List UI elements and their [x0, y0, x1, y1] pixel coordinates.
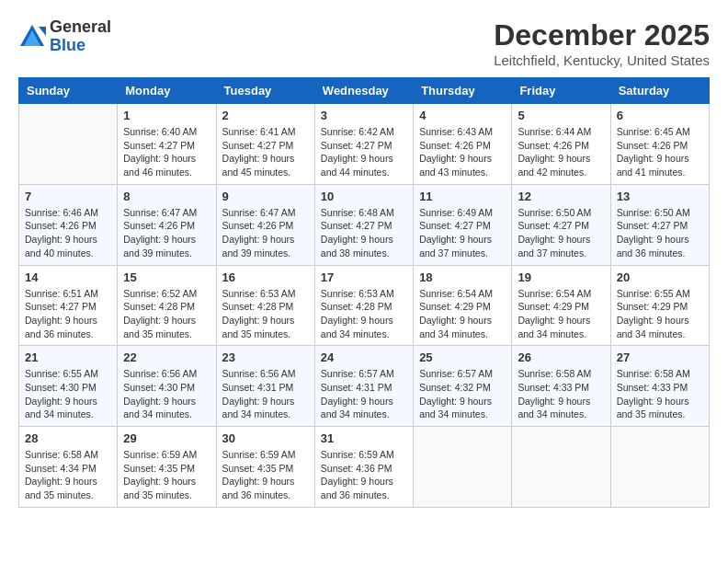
- weekday-header: Saturday: [610, 78, 709, 104]
- day-number: 16: [222, 270, 309, 284]
- calendar-cell: 2Sunrise: 6:41 AM Sunset: 4:27 PM Daylig…: [216, 104, 314, 185]
- day-info: Sunrise: 6:53 AM Sunset: 4:28 PM Dayligh…: [222, 287, 309, 341]
- calendar-cell: 14Sunrise: 6:51 AM Sunset: 4:27 PM Dayli…: [19, 265, 118, 346]
- day-info: Sunrise: 6:54 AM Sunset: 4:29 PM Dayligh…: [518, 287, 604, 341]
- day-number: 30: [222, 431, 309, 445]
- day-info: Sunrise: 6:52 AM Sunset: 4:28 PM Dayligh…: [123, 287, 210, 341]
- calendar-cell: [19, 104, 118, 185]
- calendar-cell: 3Sunrise: 6:42 AM Sunset: 4:27 PM Daylig…: [314, 104, 413, 185]
- day-number: 23: [222, 350, 309, 364]
- day-info: Sunrise: 6:46 AM Sunset: 4:26 PM Dayligh…: [25, 206, 111, 260]
- day-info: Sunrise: 6:45 AM Sunset: 4:26 PM Dayligh…: [617, 125, 703, 179]
- calendar-cell: 4Sunrise: 6:43 AM Sunset: 4:26 PM Daylig…: [414, 104, 512, 185]
- day-info: Sunrise: 6:58 AM Sunset: 4:33 PM Dayligh…: [518, 367, 604, 421]
- calendar-cell: [414, 427, 512, 508]
- day-number: 6: [617, 109, 703, 122]
- weekday-header-row: SundayMondayTuesdayWednesdayThursdayFrid…: [19, 78, 710, 104]
- svg-marker-2: [39, 27, 46, 36]
- day-info: Sunrise: 6:54 AM Sunset: 4:29 PM Dayligh…: [419, 287, 506, 341]
- day-info: Sunrise: 6:57 AM Sunset: 4:32 PM Dayligh…: [419, 367, 506, 421]
- calendar-cell: 5Sunrise: 6:44 AM Sunset: 4:26 PM Daylig…: [512, 104, 610, 185]
- calendar-cell: 1Sunrise: 6:40 AM Sunset: 4:27 PM Daylig…: [118, 104, 216, 185]
- day-number: 15: [123, 270, 210, 284]
- calendar-week-row: 14Sunrise: 6:51 AM Sunset: 4:27 PM Dayli…: [19, 265, 710, 346]
- calendar-cell: 26Sunrise: 6:58 AM Sunset: 4:33 PM Dayli…: [512, 346, 610, 427]
- calendar-cell: 20Sunrise: 6:55 AM Sunset: 4:29 PM Dayli…: [610, 265, 709, 346]
- day-number: 5: [518, 109, 604, 122]
- weekday-header: Wednesday: [314, 78, 413, 104]
- day-number: 11: [419, 190, 506, 203]
- calendar-cell: 11Sunrise: 6:49 AM Sunset: 4:27 PM Dayli…: [414, 184, 512, 265]
- calendar-cell: 31Sunrise: 6:59 AM Sunset: 4:36 PM Dayli…: [314, 427, 413, 508]
- calendar-cell: 21Sunrise: 6:55 AM Sunset: 4:30 PM Dayli…: [19, 346, 118, 427]
- day-number: 28: [25, 431, 111, 445]
- calendar-cell: 10Sunrise: 6:48 AM Sunset: 4:27 PM Dayli…: [314, 184, 413, 265]
- weekday-header: Monday: [118, 78, 216, 104]
- day-info: Sunrise: 6:51 AM Sunset: 4:27 PM Dayligh…: [25, 287, 111, 341]
- day-info: Sunrise: 6:56 AM Sunset: 4:30 PM Dayligh…: [123, 367, 210, 421]
- day-number: 7: [25, 190, 111, 203]
- calendar-cell: 12Sunrise: 6:50 AM Sunset: 4:27 PM Dayli…: [512, 184, 610, 265]
- day-info: Sunrise: 6:55 AM Sunset: 4:29 PM Dayligh…: [617, 287, 703, 341]
- day-info: Sunrise: 6:49 AM Sunset: 4:27 PM Dayligh…: [419, 206, 506, 260]
- day-number: 31: [321, 431, 407, 445]
- calendar-cell: 24Sunrise: 6:57 AM Sunset: 4:31 PM Dayli…: [314, 346, 413, 427]
- logo-text: General Blue: [50, 18, 111, 55]
- day-info: Sunrise: 6:50 AM Sunset: 4:27 PM Dayligh…: [617, 206, 703, 260]
- calendar-cell: 9Sunrise: 6:47 AM Sunset: 4:26 PM Daylig…: [216, 184, 314, 265]
- day-number: 21: [25, 350, 111, 364]
- title-block: December 2025 Leitchfield, Kentucky, Uni…: [494, 18, 710, 68]
- day-number: 22: [123, 350, 210, 364]
- calendar-cell: 30Sunrise: 6:59 AM Sunset: 4:35 PM Dayli…: [216, 427, 314, 508]
- day-number: 17: [321, 270, 407, 284]
- day-number: 12: [518, 190, 604, 203]
- calendar-week-row: 1Sunrise: 6:40 AM Sunset: 4:27 PM Daylig…: [19, 104, 710, 185]
- day-info: Sunrise: 6:53 AM Sunset: 4:28 PM Dayligh…: [321, 287, 407, 341]
- day-number: 27: [617, 350, 703, 364]
- day-number: 13: [617, 190, 703, 203]
- day-number: 25: [419, 350, 506, 364]
- day-info: Sunrise: 6:44 AM Sunset: 4:26 PM Dayligh…: [518, 125, 604, 179]
- day-info: Sunrise: 6:42 AM Sunset: 4:27 PM Dayligh…: [321, 125, 407, 179]
- page-header: General Blue December 2025 Leitchfield, …: [18, 18, 710, 68]
- calendar-cell: 29Sunrise: 6:59 AM Sunset: 4:35 PM Dayli…: [118, 427, 216, 508]
- calendar-cell: 16Sunrise: 6:53 AM Sunset: 4:28 PM Dayli…: [216, 265, 314, 346]
- weekday-header: Sunday: [19, 78, 118, 104]
- calendar-cell: [512, 427, 610, 508]
- calendar-week-row: 21Sunrise: 6:55 AM Sunset: 4:30 PM Dayli…: [19, 346, 710, 427]
- day-number: 4: [419, 109, 506, 122]
- day-info: Sunrise: 6:47 AM Sunset: 4:26 PM Dayligh…: [123, 206, 210, 260]
- day-info: Sunrise: 6:40 AM Sunset: 4:27 PM Dayligh…: [123, 125, 210, 179]
- day-info: Sunrise: 6:48 AM Sunset: 4:27 PM Dayligh…: [321, 206, 407, 260]
- calendar-cell: 23Sunrise: 6:56 AM Sunset: 4:31 PM Dayli…: [216, 346, 314, 427]
- day-number: 9: [222, 190, 309, 203]
- calendar-cell: 19Sunrise: 6:54 AM Sunset: 4:29 PM Dayli…: [512, 265, 610, 346]
- day-number: 19: [518, 270, 604, 284]
- day-info: Sunrise: 6:41 AM Sunset: 4:27 PM Dayligh…: [222, 125, 309, 179]
- day-info: Sunrise: 6:50 AM Sunset: 4:27 PM Dayligh…: [518, 206, 604, 260]
- day-info: Sunrise: 6:58 AM Sunset: 4:33 PM Dayligh…: [617, 367, 703, 421]
- day-info: Sunrise: 6:59 AM Sunset: 4:36 PM Dayligh…: [321, 448, 407, 502]
- calendar-cell: 18Sunrise: 6:54 AM Sunset: 4:29 PM Dayli…: [414, 265, 512, 346]
- weekday-header: Friday: [512, 78, 610, 104]
- day-number: 24: [321, 350, 407, 364]
- calendar-cell: 28Sunrise: 6:58 AM Sunset: 4:34 PM Dayli…: [19, 427, 118, 508]
- calendar-cell: [610, 427, 709, 508]
- day-number: 14: [25, 270, 111, 284]
- day-info: Sunrise: 6:56 AM Sunset: 4:31 PM Dayligh…: [222, 367, 309, 421]
- calendar-cell: 15Sunrise: 6:52 AM Sunset: 4:28 PM Dayli…: [118, 265, 216, 346]
- location: Leitchfield, Kentucky, United States: [494, 52, 710, 68]
- calendar-week-row: 7Sunrise: 6:46 AM Sunset: 4:26 PM Daylig…: [19, 184, 710, 265]
- calendar-cell: 17Sunrise: 6:53 AM Sunset: 4:28 PM Dayli…: [314, 265, 413, 346]
- day-info: Sunrise: 6:58 AM Sunset: 4:34 PM Dayligh…: [25, 448, 111, 502]
- weekday-header: Tuesday: [216, 78, 314, 104]
- day-number: 18: [419, 270, 506, 284]
- day-info: Sunrise: 6:57 AM Sunset: 4:31 PM Dayligh…: [321, 367, 407, 421]
- day-number: 3: [321, 109, 407, 122]
- day-info: Sunrise: 6:43 AM Sunset: 4:26 PM Dayligh…: [419, 125, 506, 179]
- calendar-cell: 6Sunrise: 6:45 AM Sunset: 4:26 PM Daylig…: [610, 104, 709, 185]
- day-number: 2: [222, 109, 309, 122]
- calendar-table: SundayMondayTuesdayWednesdayThursdayFrid…: [18, 77, 710, 508]
- day-number: 8: [123, 190, 210, 203]
- day-number: 26: [518, 350, 604, 364]
